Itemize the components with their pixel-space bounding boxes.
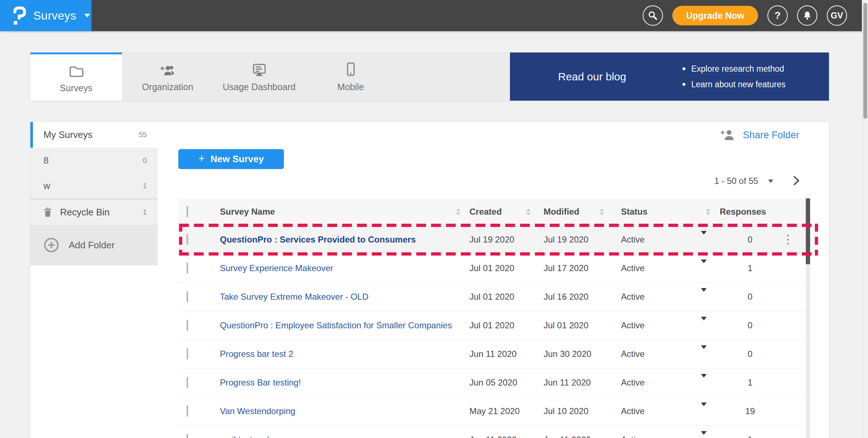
topbar-actions: Upgrade Now ? GV — [643, 5, 868, 26]
modified-date: Jul 16 2020 — [544, 292, 588, 302]
dashboard-monitor-icon — [251, 61, 267, 77]
search-icon — [648, 11, 658, 20]
status-dropdown-caret[interactable] — [701, 320, 707, 330]
responses-count: 0 — [741, 349, 759, 359]
avatar[interactable]: GV — [827, 5, 847, 26]
row-checkbox[interactable] — [187, 378, 188, 388]
add-people-icon — [159, 61, 176, 77]
survey-name-link[interactable]: Progress bar test 2 — [220, 349, 293, 359]
status-label: Active — [621, 406, 644, 416]
share-person-icon — [720, 129, 735, 141]
surveys-panel: Share Folder + New Survey 1 - 50 of 55 — [158, 122, 829, 438]
modified-date: Jul 17 2020 — [544, 263, 588, 273]
blog-bullet: Learn about new features — [691, 80, 786, 89]
question-mark-icon: ? — [774, 10, 780, 21]
sidebar-item-my-surveys[interactable]: My Surveys 55 — [30, 122, 158, 148]
column-header-status[interactable]: Status — [621, 207, 647, 217]
modified-date: Jul 01 2020 — [544, 320, 588, 330]
status-dropdown-caret[interactable] — [701, 235, 707, 245]
sort-icon[interactable] — [526, 209, 531, 215]
row-checkbox[interactable] — [187, 406, 188, 416]
survey-name-link[interactable]: Progress Bar testing! — [220, 378, 301, 388]
created-date: Jul 01 2020 — [469, 292, 514, 302]
row-checkbox[interactable] — [187, 320, 188, 330]
column-header-survey-name[interactable]: Survey Name — [220, 207, 275, 217]
add-folder-button[interactable]: Add Folder — [30, 225, 158, 265]
survey-name-link[interactable]: Take Survey Extreme Makeover - OLD — [220, 292, 369, 302]
modified-date: Jul 10 2020 — [544, 406, 588, 416]
folder-label: 8 — [43, 155, 48, 166]
search-button[interactable] — [643, 5, 663, 26]
sort-icon[interactable] — [600, 209, 604, 215]
tabs-filler — [396, 52, 510, 101]
status-dropdown-caret[interactable] — [701, 292, 707, 302]
smartphone-icon — [346, 61, 355, 77]
table-row: Progress Bar testing!Jun 05 2020Jun 11 2… — [178, 368, 806, 397]
row-menu-kebab[interactable] — [787, 235, 789, 244]
row-checkbox[interactable] — [187, 263, 188, 273]
status-dropdown-caret[interactable] — [701, 406, 707, 416]
select-all-checkbox[interactable] — [187, 207, 188, 217]
sort-icon[interactable] — [760, 209, 764, 215]
custom-folders-group: 8 0 w 1 — [30, 148, 158, 198]
survey-name-link[interactable]: Van Westendorping — [220, 406, 295, 416]
column-header-modified[interactable]: Modified — [544, 207, 579, 217]
table-row: mail test andJun 11 2020Jun 11 2020Activ… — [178, 425, 806, 438]
new-survey-button[interactable]: + New Survey — [178, 149, 284, 169]
pagination-dropdown-caret[interactable] — [768, 180, 773, 183]
notifications-button[interactable] — [797, 5, 817, 26]
survey-name-link[interactable]: QuestionPro : Employee Satisfaction for … — [220, 320, 452, 330]
tab-label: Organization — [142, 82, 193, 92]
sort-icon[interactable] — [706, 209, 710, 215]
table-row: Progress bar test 2Jun 11 2020Jun 30 202… — [178, 340, 806, 368]
sidebar-item-recycle-bin[interactable]: Recycle Bin 1 — [30, 199, 158, 225]
column-header-created[interactable]: Created — [469, 207, 502, 217]
row-checkbox[interactable] — [187, 435, 188, 438]
page: Surveys Upgrade Now ? — [0, 0, 868, 438]
responses-count: 0 — [741, 320, 759, 330]
survey-name-link[interactable]: mail test and — [220, 435, 269, 438]
blog-bullet-list: Explore research method Learn about new … — [682, 64, 786, 89]
table-row: QuestionPro : Employee Satisfaction for … — [178, 311, 806, 340]
tab-mobile[interactable]: Mobile — [305, 52, 396, 101]
table-row: Take Survey Extreme Makeover - OLDJul 01… — [178, 282, 806, 311]
sidebar-item-folder-w[interactable]: w 1 — [30, 173, 158, 198]
blog-banner[interactable]: Read our blog Explore research method Le… — [510, 52, 829, 101]
sort-icon[interactable] — [456, 209, 460, 215]
row-checkbox[interactable] — [187, 292, 188, 302]
status-dropdown-caret[interactable] — [701, 378, 707, 388]
upgrade-now-button[interactable]: Upgrade Now — [672, 6, 758, 25]
column-header-responses[interactable]: Responses — [720, 207, 766, 217]
folder-count: 0 — [143, 156, 147, 165]
responses-count: 0 — [741, 292, 759, 302]
top-header: Surveys Upgrade Now ? — [0, 0, 868, 31]
help-button[interactable]: ? — [767, 5, 788, 26]
status-dropdown-caret[interactable] — [701, 263, 707, 273]
row-checkbox[interactable] — [187, 349, 188, 359]
survey-name-link[interactable]: QuestionPro : Services Provided to Consu… — [220, 235, 416, 245]
sidebar-item-folder-8[interactable]: 8 0 — [30, 148, 158, 173]
tab-surveys[interactable]: Surveys — [30, 52, 122, 101]
page-scrollbar-track[interactable] — [862, 0, 868, 438]
status-label: Active — [621, 292, 644, 302]
page-scrollbar-thumb[interactable] — [863, 3, 867, 119]
created-date: Jul 01 2020 — [469, 320, 514, 330]
tab-organization[interactable]: Organization — [122, 52, 213, 101]
next-page-button[interactable] — [789, 173, 804, 189]
new-survey-label: New Survey — [210, 153, 264, 165]
table-scrollbar-track[interactable] — [806, 198, 810, 438]
avatar-initials: GV — [831, 10, 843, 21]
tab-usage-dashboard[interactable]: Usage Dashboard — [213, 52, 305, 101]
row-checkbox[interactable] — [187, 235, 188, 245]
questionpro-logo-icon — [12, 6, 27, 25]
table-scrollbar-thumb[interactable] — [806, 198, 810, 264]
pagination-range[interactable]: 1 - 50 of 55 — [714, 174, 773, 188]
status-label: Active — [621, 435, 644, 438]
status-dropdown-caret[interactable] — [701, 435, 707, 438]
status-dropdown-caret[interactable] — [701, 349, 707, 359]
chevron-down-icon — [84, 14, 90, 17]
survey-name-link[interactable]: Survey Experience Makeover — [220, 263, 333, 273]
surveys-table: Survey Name Created Modified Status Resp… — [178, 198, 806, 438]
share-folder-link[interactable]: Share Folder — [720, 129, 799, 141]
product-nav-dropdown[interactable]: Surveys — [0, 0, 92, 31]
